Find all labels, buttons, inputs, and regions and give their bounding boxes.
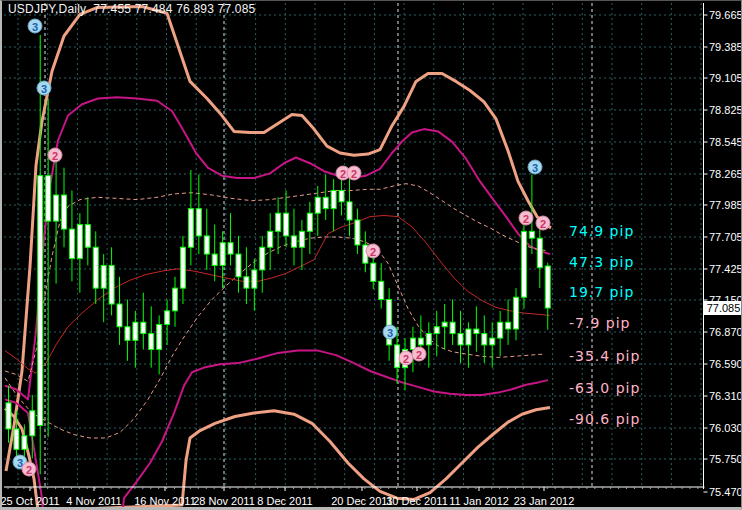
candle-body	[371, 263, 376, 281]
signal-badge-2: 2	[519, 211, 534, 226]
candle-body	[458, 334, 463, 345]
price-axis-label: 78.825	[709, 105, 742, 116]
candle-body	[236, 254, 241, 277]
pip-distance-label: -7.9 pip	[569, 315, 630, 331]
candle-body	[315, 197, 320, 213]
signal-badge-2: 2	[536, 216, 551, 231]
candle-body	[355, 220, 360, 245]
signal-badge-2: 2	[412, 347, 427, 362]
mt4-chart-window: USDJPY,Daily 77.455 77.484 76.893 77.085…	[0, 0, 742, 510]
candle-body	[339, 190, 344, 201]
pip-distance-label: 19.7 pip	[569, 284, 634, 300]
date-label: 16 Nov 2011	[134, 496, 196, 507]
price-axis-label: 75.470	[709, 487, 742, 498]
date-label: 20 Dec 2011	[331, 496, 393, 507]
signal-badge-2: 2	[347, 166, 362, 181]
candle-body	[149, 334, 154, 350]
pip-distance-label: 47.3 pip	[569, 254, 634, 270]
candle-body	[498, 322, 503, 338]
chart-title: USDJPY,Daily 77.455 77.484 76.893 77.085	[8, 4, 256, 15]
candle-body	[54, 195, 59, 221]
signal-badge-3: 3	[37, 81, 52, 96]
candle-body	[418, 338, 423, 345]
candle-body	[204, 236, 209, 254]
date-label: 11 Jan 2012	[449, 496, 509, 507]
signal-badge-3: 3	[528, 160, 543, 175]
price-axis-label: 79.385	[709, 42, 742, 53]
ohlc-values: 77.455 77.484 76.893 77.085	[93, 2, 255, 16]
candle-body	[442, 322, 447, 327]
candle-body	[173, 288, 178, 311]
candle-body	[165, 311, 170, 325]
candle-body	[38, 176, 43, 426]
candle-body	[22, 436, 27, 450]
candle-body	[157, 324, 162, 349]
candle-body	[284, 213, 289, 236]
price-axis-label: 77.985	[709, 200, 742, 211]
candle-body	[188, 209, 193, 248]
date-label: 28 Nov 2011	[193, 496, 255, 507]
candle-body	[482, 334, 487, 345]
price-axis-label: 79.105	[709, 73, 742, 84]
date-label: 23 Jan 2012	[514, 496, 575, 507]
date-label: 8 Dec 2011	[257, 496, 312, 507]
candle-body	[117, 304, 122, 327]
candle-body	[521, 231, 526, 297]
candle-body	[252, 270, 257, 288]
candle-body	[537, 238, 542, 268]
date-label: 25 Oct 2011	[0, 496, 59, 507]
candle-body	[62, 195, 67, 229]
pip-distance-label: -90.6 pip	[569, 411, 640, 427]
candle-body	[196, 209, 201, 236]
signal-badge-3: 3	[28, 19, 43, 34]
candle-body	[260, 247, 265, 270]
symbol-period-label: USDJPY,Daily	[8, 2, 86, 16]
candle-body	[125, 327, 130, 341]
candle-body	[14, 429, 19, 449]
candle-body	[77, 225, 82, 259]
candle-body	[474, 329, 479, 334]
candle-body	[529, 231, 534, 238]
signal-badge-3: 3	[383, 325, 398, 340]
price-axis-label: 75.750	[709, 454, 742, 465]
candle-body	[276, 213, 281, 231]
price-axis-label: 76.310	[709, 391, 742, 402]
candle-body	[93, 247, 98, 288]
candle-body	[450, 322, 455, 333]
candle-body	[101, 265, 106, 288]
signal-badge-2: 2	[366, 244, 381, 259]
date-label: 4 Nov 2011	[66, 496, 121, 507]
candle-body	[46, 176, 51, 221]
price-axis-label: 76.590	[709, 359, 742, 370]
candle-body	[180, 247, 185, 288]
candle-body	[307, 213, 312, 231]
candle-body	[85, 225, 90, 248]
candle-body	[466, 329, 471, 345]
candle-body	[331, 190, 336, 208]
candle-body	[133, 322, 138, 340]
candle-body	[220, 243, 225, 266]
pip-distance-label: 74.9 pip	[569, 223, 634, 239]
price-axis-label: 76.030	[709, 423, 742, 434]
price-axis-label: 78.545	[709, 137, 742, 148]
candle-body	[291, 236, 296, 247]
candle-body	[347, 202, 352, 220]
band-lower-inner	[5, 237, 545, 438]
candle-body	[141, 322, 146, 333]
price-axis-label: 76.870	[709, 327, 742, 338]
candle-body	[30, 411, 35, 436]
candle-body	[6, 403, 11, 429]
price-axis-label: 77.705	[709, 232, 742, 243]
band-lower-mid	[5, 351, 548, 510]
candle-body	[379, 281, 384, 299]
candle-body	[268, 231, 273, 247]
price-axis-label: 78.265	[709, 169, 742, 180]
pip-distance-label: -35.4 pip	[569, 348, 640, 364]
candle-body	[299, 231, 304, 247]
candle-body	[426, 334, 431, 345]
candle-body	[323, 197, 328, 208]
signal-badge-2: 2	[48, 148, 63, 163]
candle-body	[490, 338, 495, 345]
candle-body	[228, 243, 233, 254]
candle-body	[434, 327, 439, 334]
